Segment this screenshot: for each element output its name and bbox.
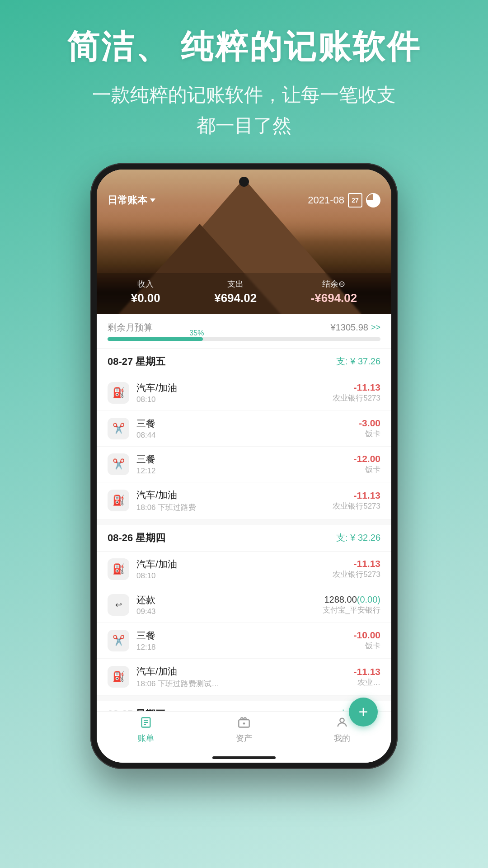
tx-amount-col: -11.13 农业银行5273 [333, 490, 380, 511]
account-chevron-icon [150, 198, 155, 202]
tx-time-note: 18:06 下班过路费 [136, 502, 325, 513]
tx-amount-col: -11.13 农业银行5273 [333, 382, 380, 403]
budget-bar-fill: 35% [108, 337, 203, 341]
tx-info: 汽车/加油 18:06 下班过路费测试… [136, 665, 346, 689]
income-stat: 收入 ¥0.00 [131, 278, 160, 305]
budget-section: 剩余月预算 ¥1305.98 >> 35% [97, 314, 391, 349]
tx-name: 汽车/加油 [136, 558, 325, 571]
tx-amount-col: -11.13 农业… [353, 666, 380, 688]
phone-screen: 日常账本 2021-08 27 [97, 170, 391, 763]
tx-amount-col: -3.00 饭卡 [359, 418, 380, 439]
tx-amount-col: -10.00 饭卡 [353, 630, 380, 651]
nav-label-profile: 我的 [334, 733, 350, 744]
pie-chart [366, 193, 380, 208]
account-name-text: 日常账本 [108, 193, 147, 207]
tx-amount: -11.13 [333, 382, 380, 393]
main-title: 简洁、 纯粹的记账软件 [67, 27, 421, 66]
day-title-0826: 08-26 星期四 [108, 531, 165, 545]
plus-icon: + [358, 703, 368, 722]
nav-item-assets[interactable]: 资产 [236, 716, 252, 744]
tx-info: 汽车/加油 08:10 [136, 382, 325, 404]
tx-amount-col: -11.13 农业银行5273 [333, 558, 380, 580]
sub-title: 一款纯粹的记账软件，让每一笔收支都一目了然 [67, 80, 421, 140]
tx-name: 三餐 [136, 417, 352, 430]
tx-account: 饭卡 [353, 641, 380, 651]
fuel-icon-2: ⛽ [108, 490, 129, 511]
tx-amount: -3.00 [359, 418, 380, 429]
budget-percentage: 35% [189, 329, 204, 337]
tx-info: 还款 09:43 [136, 594, 315, 616]
phone-mockup: 日常账本 2021-08 27 [90, 163, 398, 769]
day-group-0826: 08-26 星期四 支: ¥ 32.26 ⛽ 汽车/加油 08:10 -11.1… [97, 525, 391, 696]
fuel-icon-3: ⛽ [108, 558, 129, 580]
budget-row: 剩余月预算 ¥1305.98 >> [108, 321, 380, 334]
table-row[interactable]: ⛽ 汽车/加油 18:06 下班过路费 -11.13 农业银行5273 [97, 482, 391, 519]
nav-label-ledger: 账单 [138, 733, 154, 744]
meal-icon-3: ✂️ [108, 630, 129, 651]
meal-icon-2: ✂️ [108, 453, 129, 475]
nav-label-assets: 资产 [236, 733, 252, 744]
day-header-0826: 08-26 星期四 支: ¥ 32.26 [97, 525, 391, 552]
app-header-section: 简洁、 纯粹的记账软件 一款纯粹的记账软件，让每一笔收支都一目了然 [31, 0, 457, 154]
day-title-0825: 08-25 星期三 [108, 708, 165, 711]
tx-account: 农业银行5273 [333, 501, 380, 511]
table-row[interactable]: ⛽ 汽车/加油 08:10 -11.13 农业银行5273 [97, 552, 391, 587]
budget-arrows-icon[interactable]: >> [371, 323, 380, 332]
table-row[interactable]: ↩ 还款 09:43 1288.00(0.00) 支付宝_平安银行 [97, 587, 391, 623]
svg-point-7 [340, 718, 344, 722]
tx-account: 农业银行5273 [333, 393, 380, 403]
tx-time: 12:12 [136, 467, 346, 476]
tx-info: 三餐 12:18 [136, 629, 346, 652]
expense-label: 支出 [214, 278, 257, 289]
tx-name: 三餐 [136, 453, 346, 466]
calendar-icon[interactable]: 27 [348, 193, 362, 208]
balance-label: 结余⊖ [311, 278, 357, 289]
tx-time: 08:10 [136, 395, 325, 404]
app-top-bar: 日常账本 2021-08 27 [97, 170, 391, 213]
balance-stat: 结余⊖ -¥694.02 [311, 278, 357, 305]
day-total-0827: 支: ¥ 37.26 [336, 355, 380, 368]
tx-name: 汽车/加油 [136, 665, 346, 678]
day-header-0827: 08-27 星期五 支: ¥ 37.26 [97, 349, 391, 375]
tx-name: 汽车/加油 [136, 382, 325, 394]
fuel-icon-4: ⛽ [108, 666, 129, 688]
chart-icon[interactable] [366, 193, 380, 208]
tx-info: 三餐 12:12 [136, 453, 346, 476]
expense-value: ¥694.02 [214, 291, 257, 305]
account-selector[interactable]: 日常账本 [108, 193, 155, 207]
tx-info: 汽车/加油 18:06 下班过路费 [136, 489, 325, 513]
expense-stat: 支出 ¥694.02 [214, 278, 257, 305]
tx-amount-col: 1288.00(0.00) 支付宝_平安银行 [323, 594, 380, 615]
tx-time: 08:10 [136, 571, 325, 580]
income-label: 收入 [131, 278, 160, 289]
tx-account: 农业银行5273 [333, 569, 380, 580]
tx-account: 支付宝_平安银行 [323, 605, 380, 615]
table-row[interactable]: ✂️ 三餐 08:44 -3.00 饭卡 [97, 411, 391, 447]
add-transaction-button[interactable]: + [349, 698, 378, 726]
phone-frame: 日常账本 2021-08 27 [90, 163, 398, 769]
table-row[interactable]: ⛽ 汽车/加油 18:06 下班过路费测试… -11.13 农业… [97, 659, 391, 696]
home-bar [212, 756, 276, 759]
tx-time: 09:43 [136, 607, 315, 616]
tx-account: 农业… [353, 677, 380, 688]
nav-item-ledger[interactable]: 账单 [138, 716, 154, 744]
table-row[interactable]: ✂️ 三餐 12:12 -12.00 饭卡 [97, 447, 391, 482]
table-row[interactable]: ⛽ 汽车/加油 08:10 -11.13 农业银行5273 [97, 375, 391, 411]
tx-name: 还款 [136, 594, 315, 606]
nav-item-profile[interactable]: 我的 [334, 716, 350, 744]
home-indicator [97, 753, 391, 763]
tx-account: 饭卡 [359, 429, 380, 439]
tx-amount: -11.13 [333, 558, 380, 569]
fuel-icon: ⛽ [108, 382, 129, 404]
tx-name: 汽车/加油 [136, 489, 325, 501]
app-mountain-header: 日常账本 2021-08 27 [97, 170, 391, 314]
tx-name: 三餐 [136, 629, 346, 642]
day-title-0827: 08-27 星期五 [108, 355, 165, 368]
top-bar-right: 2021-08 27 [308, 193, 380, 208]
transactions-list[interactable]: 08-27 星期五 支: ¥ 37.26 ⛽ 汽车/加油 08:10 -11.1… [97, 349, 391, 711]
budget-label: 剩余月预算 [108, 321, 153, 334]
tx-amount: -10.00 [353, 630, 380, 641]
day-group-0825: 08-25 星期三 支: ¥61.26 [97, 701, 391, 711]
income-value: ¥0.00 [131, 291, 160, 305]
table-row[interactable]: ✂️ 三餐 12:18 -10.00 饭卡 [97, 623, 391, 659]
